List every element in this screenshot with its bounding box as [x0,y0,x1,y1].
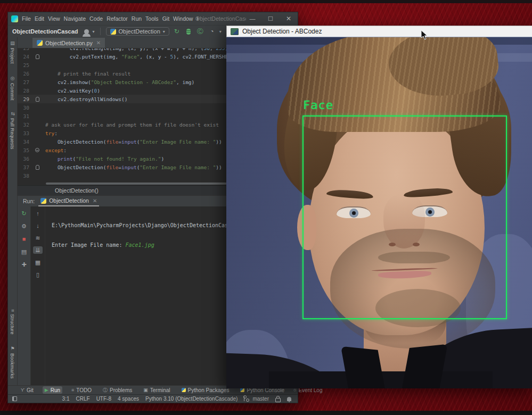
menu-item-window[interactable]: Window [173,15,193,22]
commit-icon: ◎ [10,76,15,81]
line-number: 25 [18,62,29,68]
bookmark-icon [36,54,39,59]
rerun-button[interactable]: ↻ [19,210,29,217]
line-number: 36 [18,156,29,162]
opencv-window: Object Detection - ABCodez [226,26,532,388]
run-button[interactable]: ↻ [173,28,181,35]
folder-icon: ▤ [10,40,15,46]
tool-stripe-pull-requests[interactable]: ⇵Pull Requests [10,112,15,149]
menu-item-git[interactable]: Git [162,15,169,22]
close-tab-icon[interactable]: ✕ [96,40,101,46]
status-item[interactable]: 3:1 [62,396,70,402]
bottom-tab-todo[interactable]: ≡TODO [69,386,94,394]
detection-label: Face [303,98,333,112]
status-item[interactable]: UTF-8 [96,396,111,402]
line-number: 23 [18,48,29,51]
tool-stripe-top: ▤Project◎Commit⇵Pull Requests [10,40,15,161]
screen: FileEditViewNavigateCodeRefactorRunTools… [0,0,532,415]
status-bar: 3:1CRLFUTF-84 spacesPython 3.10 (ObjectD… [8,394,298,403]
stripe-label: Bookmarks [10,353,15,379]
maximize-button[interactable]: ☐ [261,12,280,25]
git-branch-icon [244,396,248,401]
down-stack-button[interactable]: ↓ [33,222,43,229]
python-file-icon [37,40,43,46]
line-number: 37 [18,164,29,170]
opencv-title-bar[interactable]: Object Detection - ABCodez [226,26,532,37]
bottom-letterbox [0,411,532,415]
tool-stripe-bottom: ≡Structure⚑Bookmarks [10,297,15,379]
run-tab-title: ObjectDetection [49,197,89,204]
debug-button[interactable] [186,29,191,35]
ide-title-bar: FileEditViewNavigateCodeRefactorRunTools… [8,12,298,25]
up-stack-button[interactable]: ↑ [33,210,43,217]
line-number: 27 [18,79,29,85]
top-letterbox [0,0,532,3]
lock-icon[interactable] [275,398,281,402]
close-button[interactable]: ✕ [280,12,298,25]
bottom-tab-python-packages[interactable]: Python Packages [179,386,232,394]
notifications-bell-icon[interactable] [287,397,291,401]
problems-icon: ⓘ [103,387,108,394]
menu-item-file[interactable]: File [22,15,31,22]
python-console-icon [240,388,244,392]
scroll-to-end-button[interactable]: ⇊ [33,246,43,254]
menu-item-code[interactable]: Code [89,15,103,22]
profiler-button[interactable]: ◔ [208,28,216,35]
menu-item-tools[interactable]: Tools [145,15,159,22]
stripe-label: Commit [10,83,15,101]
tool-stripe-commit[interactable]: ◎Commit [10,76,15,101]
menu-item-run[interactable]: Run [132,15,142,22]
chevron-down-icon[interactable]: ▾ [219,29,222,34]
scrollbar-thumb[interactable] [46,182,227,185]
breadcrumb-method[interactable]: ObjectDetection() [55,187,99,194]
minimize-button[interactable]: — [243,12,261,25]
console-prompt: Enter Image File name: [52,242,125,248]
settings-wrench-button[interactable]: ⚙ [19,222,29,230]
menu-item-refactor[interactable]: Refactor [107,15,128,22]
bottom-tab-problems[interactable]: ⓘProblems [101,386,134,394]
editor-tab-title: ObjectDetection.py [45,40,93,46]
run-tab[interactable]: ObjectDetection ✕ [38,196,99,206]
coverage-button[interactable]: Ⓒ [196,27,204,36]
bottom-tab-run[interactable]: ▶Run [43,386,62,394]
bottom-tab-label: Git [27,387,34,393]
user-avatar-icon[interactable] [84,29,89,34]
bottom-tab-terminal[interactable]: ▣Terminal [141,386,172,394]
tool-stripe-structure[interactable]: ≡Structure [10,309,15,335]
project-widget[interactable]: ObjectDetectionCascad [12,28,78,35]
clear-console-button[interactable]: ▯ [33,271,43,278]
git-branch-widget[interactable]: master [244,396,269,402]
editor-tab-objectdetection-py[interactable]: ObjectDetection.py ✕ [32,38,105,48]
status-item[interactable]: Python 3.10 (ObjectDetectionCascade) [145,396,238,402]
close-tab-icon[interactable]: ✕ [93,198,97,204]
menu-item-navigate[interactable]: Navigate [64,15,86,22]
soft-wrap-button[interactable]: ≋ [33,234,43,242]
tool-stripe-bookmarks[interactable]: ⚑Bookmarks [10,346,15,379]
status-items: 3:1CRLFUTF-84 spacesPython 3.10 (ObjectD… [62,396,238,402]
chevron-down-icon: ▾ [92,29,94,34]
bottom-tab-git[interactable]: ϒGit [19,386,36,394]
run-panel-label: Run: [23,198,35,204]
menu-item-edit[interactable]: Edit [35,15,44,22]
python-icon [110,29,116,35]
tool-stripe-project[interactable]: ▤Project [10,40,15,64]
stripe-label: Pull Requests [10,118,15,150]
run-config-select[interactable]: ObjectDetection ▾ [106,27,169,36]
menu-bar: FileEditViewNavigateCodeRefactorRunTools… [22,15,199,22]
bookmark-icon [36,165,39,170]
status-item[interactable]: 4 spaces [118,396,139,402]
pin-button[interactable]: ✚ [19,261,29,268]
bookmark-marker [29,165,45,170]
restore-layout-button[interactable]: ▤ [19,248,29,255]
bookmark-marker [29,97,45,102]
structure-icon: ≡ [10,309,15,312]
fold-icon [35,148,39,152]
print-button[interactable]: ▦ [33,259,43,266]
stop-button[interactable]: ■ [19,235,29,243]
layout-icon[interactable] [12,396,17,401]
status-item[interactable]: CRLF [76,396,90,402]
pycharm-logo-icon[interactable] [11,15,18,22]
menu-item-view[interactable]: View [48,15,60,22]
bottom-tab-label: Terminal [150,387,170,393]
line-number: 31 [18,113,29,119]
